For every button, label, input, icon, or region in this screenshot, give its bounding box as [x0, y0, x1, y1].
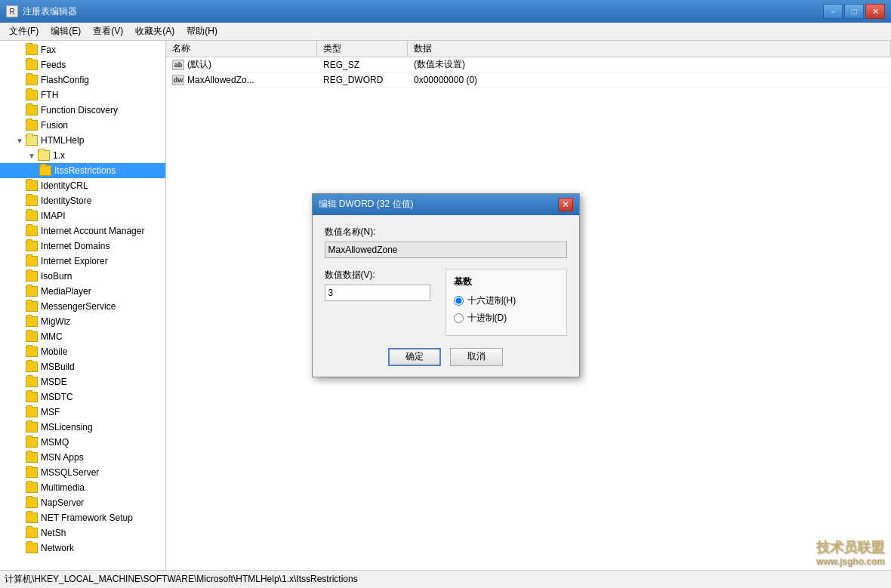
- tree-item[interactable]: MSMQ: [0, 435, 165, 450]
- tree-item[interactable]: ItssRestrictions: [0, 163, 165, 178]
- tree-item[interactable]: IsoBurn: [0, 269, 165, 284]
- tree-item[interactable]: MSDE: [0, 374, 165, 389]
- tree-item[interactable]: MMC: [0, 329, 165, 344]
- tree-label: MSN Apps: [41, 452, 84, 463]
- tree-item[interactable]: IdentityCRL: [0, 178, 165, 193]
- tree-item[interactable]: Multimedia: [0, 480, 165, 495]
- tree-label: Function Discovery: [41, 105, 118, 115]
- cancel-button[interactable]: 取消: [450, 348, 503, 366]
- tree-label: Multimedia: [41, 482, 85, 493]
- tree-item[interactable]: ▼HTMLHelp: [0, 133, 165, 148]
- tree-label: IsoBurn: [41, 271, 72, 282]
- tree-item[interactable]: Internet Explorer: [0, 254, 165, 269]
- expand-icon: [15, 468, 24, 477]
- folder-icon: [26, 377, 38, 387]
- tree-item[interactable]: Mobile: [0, 344, 165, 359]
- dec-radio[interactable]: [454, 313, 464, 323]
- tree-item[interactable]: MSF: [0, 405, 165, 420]
- name-input: [325, 242, 567, 258]
- tree-item[interactable]: Internet Account Manager: [0, 223, 165, 239]
- tree-item[interactable]: IdentityStore: [0, 193, 165, 208]
- table-header: 名称 类型 数据: [166, 41, 891, 57]
- tree-item[interactable]: Internet Domains: [0, 239, 165, 254]
- tree-item[interactable]: FTH: [0, 88, 165, 103]
- expand-icon: ▼: [27, 151, 36, 160]
- folder-icon: [26, 422, 38, 433]
- close-button[interactable]: ✕: [865, 4, 885, 19]
- expand-icon: [15, 377, 24, 386]
- tree-label: IdentityStore: [41, 195, 91, 206]
- menu-item[interactable]: 收藏夹(A): [129, 23, 180, 39]
- tree-item[interactable]: MSBuild: [0, 359, 165, 374]
- tree-item[interactable]: MSDTC: [0, 389, 165, 405]
- menu-item[interactable]: 编辑(E): [45, 23, 87, 39]
- expand-icon: [15, 483, 24, 492]
- folder-icon: [26, 513, 38, 523]
- hex-radio-label[interactable]: 十六进制(H): [454, 294, 559, 307]
- folder-icon: [26, 180, 38, 191]
- dialog-close-button[interactable]: ✕: [558, 198, 573, 211]
- tree-item[interactable]: NetSh: [0, 525, 165, 540]
- menu-item[interactable]: 文件(F): [3, 23, 45, 39]
- tree-label: ItssRestrictions: [54, 165, 116, 176]
- ok-button[interactable]: 确定: [388, 348, 441, 366]
- expand-icon: [15, 257, 24, 266]
- tree-item[interactable]: MigWiz: [0, 314, 165, 329]
- tree-label: NET Framework Setup: [41, 513, 133, 523]
- folder-icon: [26, 75, 38, 85]
- window-controls: － □ ✕: [823, 4, 885, 19]
- folder-icon: [26, 528, 38, 538]
- menu-item[interactable]: 帮助(H): [180, 23, 224, 39]
- td-type: REG_DWORD: [317, 72, 408, 87]
- tree-label: NapServer: [41, 497, 84, 508]
- tree-label: MSF: [41, 407, 60, 417]
- tree-item[interactable]: MediaPlayer: [0, 284, 165, 299]
- folder-icon: [26, 226, 38, 236]
- tree-item[interactable]: FlashConfig: [0, 72, 165, 88]
- col-header-data: 数据: [408, 41, 891, 57]
- table-row[interactable]: ab(默认)REG_SZ(数值未设置): [166, 57, 891, 72]
- expand-icon: [15, 317, 24, 326]
- expand-icon: [15, 75, 24, 85]
- tree-item[interactable]: MessengerService: [0, 299, 165, 314]
- tree-label: IMAPI: [41, 211, 66, 221]
- tree-label: MSSQLServer: [41, 467, 99, 478]
- tree-item[interactable]: MSN Apps: [0, 450, 165, 465]
- tree-item[interactable]: Network: [0, 540, 165, 556]
- hex-radio[interactable]: [454, 296, 464, 306]
- table-row[interactable]: dwMaxAllowedZo...REG_DWORD0x00000000 (0): [166, 72, 891, 88]
- menu-item[interactable]: 查看(V): [87, 23, 129, 39]
- tree-item[interactable]: MSLicensing: [0, 420, 165, 435]
- expand-icon: [15, 45, 24, 54]
- tree-item[interactable]: Feeds: [0, 57, 165, 72]
- folder-icon: [26, 135, 38, 146]
- tree-item[interactable]: ▼1.x: [0, 148, 165, 163]
- folder-icon: [26, 60, 38, 70]
- maximize-button[interactable]: □: [844, 4, 864, 19]
- edit-dword-dialog[interactable]: 编辑 DWORD (32 位值) ✕ 数值名称(N): 数值数据(V): 基数 …: [312, 193, 580, 377]
- dialog-title-text: 编辑 DWORD (32 位值): [319, 198, 558, 211]
- tree-item[interactable]: Function Discovery: [0, 103, 165, 118]
- tree-item[interactable]: Fax: [0, 42, 165, 57]
- tree-panel[interactable]: FaxFeedsFlashConfigFTHFunction Discovery…: [0, 41, 166, 570]
- folder-icon: [26, 316, 38, 327]
- folder-icon: [26, 437, 38, 448]
- folder-icon: [26, 407, 38, 417]
- tree-item[interactable]: Fusion: [0, 118, 165, 133]
- minimize-button[interactable]: －: [823, 4, 843, 19]
- expand-icon: [15, 91, 24, 100]
- tree-label: NetSh: [41, 528, 66, 538]
- tree-item[interactable]: NapServer: [0, 495, 165, 510]
- td-data: 0x00000000 (0): [408, 72, 891, 87]
- dec-radio-label[interactable]: 十进制(D): [454, 312, 559, 325]
- tree-item[interactable]: IMAPI: [0, 208, 165, 223]
- td-name: dwMaxAllowedZo...: [166, 72, 317, 87]
- expand-icon: [15, 438, 24, 447]
- dialog-body: 数值名称(N): 数值数据(V): 基数 十六进制(H) 十进制(D): [313, 215, 579, 377]
- data-input[interactable]: [325, 285, 430, 301]
- tree-item[interactable]: NET Framework Setup: [0, 510, 165, 525]
- expand-icon: [15, 408, 24, 417]
- expand-icon: ▼: [15, 136, 24, 145]
- tree-item[interactable]: MSSQLServer: [0, 465, 165, 480]
- dialog-title-bar: 编辑 DWORD (32 位值) ✕: [313, 194, 579, 215]
